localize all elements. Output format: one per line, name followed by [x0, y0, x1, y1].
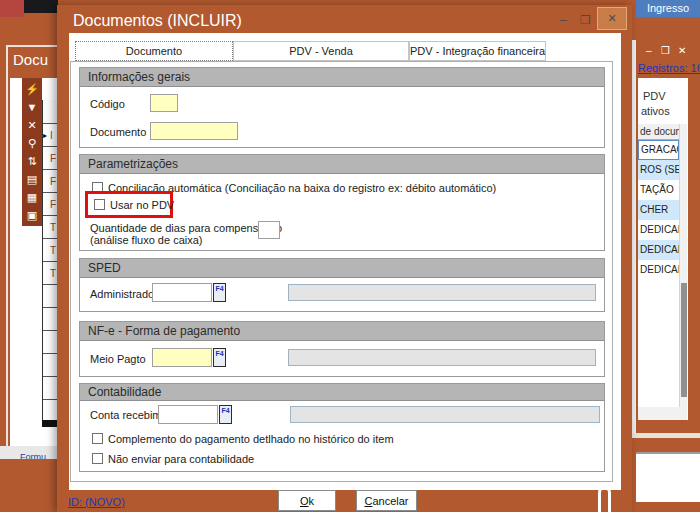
- right-maximize-button[interactable]: ❒: [661, 44, 670, 57]
- codigo-input[interactable]: [150, 94, 178, 112]
- table-row[interactable]: T: [43, 262, 58, 285]
- right-hscroll-strip: [638, 407, 687, 420]
- tab-strip: Documento PDV - Venda PDV - Integração f…: [75, 41, 546, 61]
- left-toolbar: ⚡ ▼ ✕ ⚲ ⇅ ▤ ▦ ▣: [22, 78, 42, 226]
- administradora-lookup-button[interactable]: F4: [213, 283, 226, 302]
- tab[interactable]: PDV - Integração financeira: [409, 41, 546, 61]
- right-window-bottom-border: [630, 433, 700, 438]
- nao-enviar-checkbox[interactable]: [92, 453, 103, 464]
- close-button[interactable]: ✕: [597, 7, 627, 30]
- section-title: Contabilidade: [80, 384, 604, 401]
- meio-pagto-label: Meio Pagto: [90, 353, 146, 365]
- right-scrollbar-thumb[interactable]: [681, 283, 687, 397]
- row-text: F: [50, 199, 56, 210]
- right-grid-rows: GRACAO ROS (SEM TAÇÃO CHER DEDICADO DEDI…: [638, 140, 679, 280]
- row-text: T: [50, 222, 56, 233]
- screen: Docu ⚡ ▼ ✕ ⚲ ⇅ ▤ ▦ ▣ ▸ I: [0, 0, 700, 512]
- right-scrollbar[interactable]: [679, 124, 687, 420]
- section-parametrizacoes: Parametrizações Conciliação automática (…: [79, 154, 605, 251]
- list-item[interactable]: CHER: [638, 200, 679, 220]
- documento-input[interactable]: [150, 122, 238, 140]
- section-title: Parametrizações: [80, 155, 604, 174]
- ingresso-label: Ingresso: [647, 2, 689, 14]
- content-panel: Informações gerais Código Documento Para…: [70, 61, 613, 482]
- conta-recebimento-description-field: [290, 406, 600, 423]
- table-row[interactable]: T: [43, 239, 58, 262]
- filter-icon[interactable]: ▼: [24, 100, 40, 114]
- minimize-button[interactable]: –: [560, 13, 567, 27]
- right-close-button[interactable]: ✕: [678, 44, 686, 57]
- meio-pagto-description-field: [288, 349, 596, 366]
- right-grid-column-header[interactable]: de docun: [638, 124, 679, 140]
- background-status-link[interactable]: Formu: [20, 452, 46, 459]
- zoom-icon[interactable]: ⚲: [24, 136, 40, 150]
- table-row[interactable]: F: [43, 170, 58, 193]
- background-grid: ▸ I F F F: [42, 100, 58, 427]
- tab[interactable]: PDV - Venda: [233, 41, 409, 61]
- usar-no-pdv-label: Usar no PDV: [110, 199, 174, 211]
- complemento-checkbox[interactable]: [92, 433, 103, 444]
- table-row[interactable]: T: [43, 216, 58, 239]
- id-novo-link[interactable]: ID: (NOVO): [68, 496, 125, 508]
- row-text: T: [50, 245, 56, 256]
- codigo-label: Código: [90, 98, 125, 110]
- table-row[interactable]: F: [43, 193, 58, 216]
- clear-filter-icon[interactable]: ✕: [24, 118, 40, 132]
- ok-button[interactable]: Ok: [278, 490, 336, 511]
- print-icon[interactable]: ▤: [24, 172, 40, 186]
- sort-icon[interactable]: ⇅: [24, 154, 40, 168]
- calculator-icon[interactable]: ▦: [24, 190, 40, 204]
- right-bottom-panel: [636, 452, 700, 502]
- right-clipped-label-pdv: PDV: [643, 90, 666, 102]
- save-icon[interactable]: ▣: [24, 208, 40, 222]
- table-row[interactable]: F: [43, 147, 58, 170]
- background-black-block: [24, 0, 58, 13]
- list-item[interactable]: ROS (SEM: [638, 160, 679, 180]
- usar-no-pdv-checkbox[interactable]: [94, 199, 105, 210]
- dialog-title: Documentos (INCLUIR): [73, 12, 242, 30]
- dias-compensacao-input[interactable]: [258, 221, 280, 239]
- section-nfe-forma-pagamento: NF-e - Forma de pagamento Meio Pagto F4: [79, 321, 605, 377]
- section-contabilidade: Contabilidade Conta recebimento F4 Compl…: [79, 383, 605, 472]
- maximize-button[interactable]: ❒: [580, 13, 591, 27]
- table-row[interactable]: [43, 285, 58, 308]
- meio-pagto-lookup-button[interactable]: F4: [213, 348, 226, 367]
- nao-enviar-label: Não enviar para contabilidade: [108, 453, 254, 465]
- table-row[interactable]: [43, 354, 58, 377]
- meio-pagto-input[interactable]: [152, 348, 212, 367]
- background-window-title: Docu: [13, 51, 48, 68]
- registros-link[interactable]: Registros: 16: [638, 62, 698, 74]
- right-minimize-button[interactable]: –: [646, 44, 652, 57]
- section-title: NF-e - Forma de pagamento: [80, 322, 604, 341]
- background-red-block: [0, 0, 24, 17]
- list-item[interactable]: DEDICADO: [638, 220, 679, 240]
- tab[interactable]: Documento: [75, 41, 233, 61]
- list-item[interactable]: TAÇÃO: [638, 180, 679, 200]
- section-informacoes-gerais: Informações gerais Código Documento: [79, 67, 605, 148]
- list-item[interactable]: DEDICADO: [638, 240, 679, 260]
- background-grid-header: [43, 100, 58, 124]
- conta-recebimento-lookup-button[interactable]: F4: [219, 405, 232, 424]
- row-text: I: [50, 130, 53, 141]
- table-row[interactable]: [43, 377, 58, 400]
- list-item[interactable]: DEDICADO: [638, 260, 679, 280]
- background-grid-footer: [42, 420, 58, 427]
- row-text: T: [50, 268, 56, 279]
- table-row[interactable]: [43, 308, 58, 331]
- cancel-button[interactable]: Cancelar: [356, 490, 417, 511]
- table-row[interactable]: ▸ I: [43, 124, 58, 147]
- administradora-description-field: [288, 284, 596, 301]
- background-status-bar: Formu: [0, 446, 58, 459]
- section-title: Informações gerais: [80, 68, 604, 87]
- table-row[interactable]: [43, 331, 58, 354]
- row-text: F: [50, 176, 56, 187]
- row-text: F: [50, 153, 56, 164]
- administradora-input[interactable]: [152, 283, 212, 302]
- ingresso-titlebar: Ingresso: [636, 0, 700, 17]
- complemento-label: Complemento do pagamento detlhado no his…: [108, 433, 394, 445]
- conta-recebimento-input[interactable]: [158, 405, 218, 424]
- list-item[interactable]: GRACAO: [638, 140, 679, 160]
- right-clipped-label-ativos: ativos: [641, 105, 670, 117]
- refresh-icon[interactable]: ⚡: [24, 82, 40, 96]
- row-marker-icon: ▸: [43, 131, 50, 140]
